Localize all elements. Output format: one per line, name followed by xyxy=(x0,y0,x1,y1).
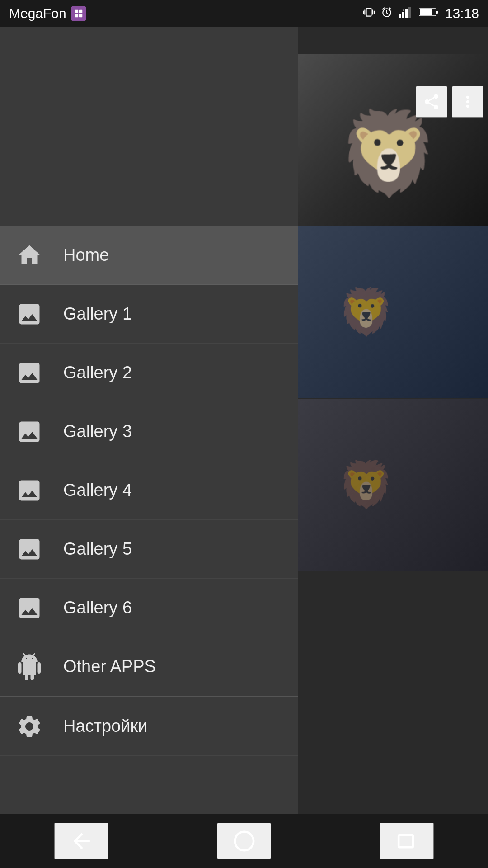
status-bar-left: MegaFon xyxy=(9,6,86,21)
android-icon xyxy=(14,651,45,683)
menu-item-gallery6[interactable]: Gallery 6 xyxy=(0,579,298,637)
header-actions xyxy=(416,86,483,118)
menu-item-home[interactable]: Home xyxy=(0,226,298,285)
svg-rect-7 xyxy=(408,7,411,18)
menu-item-gallery3[interactable]: Gallery 3 xyxy=(0,402,298,461)
navigation-drawer: Home Gallery 1 Gallery 2 xyxy=(0,27,298,841)
status-bar: MegaFon xyxy=(0,0,488,27)
menu-label-gallery6: Gallery 6 xyxy=(63,598,132,618)
back-button[interactable] xyxy=(54,823,108,859)
bottom-navigation xyxy=(0,814,488,868)
svg-rect-3 xyxy=(79,14,82,17)
svg-rect-4 xyxy=(399,14,401,18)
recent-apps-button[interactable] xyxy=(380,823,434,859)
carrier-name: MegaFon xyxy=(9,6,66,21)
svg-rect-2 xyxy=(75,14,78,17)
menu-item-gallery2[interactable]: Gallery 2 xyxy=(0,344,298,402)
drawer-header-area xyxy=(0,27,298,226)
menu-label-home: Home xyxy=(63,245,109,265)
menu-item-gallery5[interactable]: Gallery 5 xyxy=(0,520,298,579)
svg-point-12 xyxy=(235,831,253,850)
more-options-button[interactable] xyxy=(452,86,483,118)
home-button[interactable] xyxy=(217,823,271,859)
menu-label-gallery4: Gallery 4 xyxy=(63,481,132,500)
gallery2-icon xyxy=(14,357,45,389)
menu-label-gallery2: Gallery 2 xyxy=(63,363,132,382)
carrier-icon xyxy=(71,6,86,21)
home-icon xyxy=(14,240,45,271)
gallery3-icon xyxy=(14,416,45,448)
svg-rect-5 xyxy=(402,12,404,18)
svg-rect-0 xyxy=(75,10,78,13)
gallery1-icon xyxy=(14,298,45,330)
svg-text:3G: 3G xyxy=(402,9,406,12)
status-bar-right: 3G 13:18 xyxy=(363,6,479,21)
menu-label-gallery3: Gallery 3 xyxy=(63,422,132,441)
svg-rect-11 xyxy=(420,9,432,15)
svg-rect-10 xyxy=(436,11,438,14)
battery-icon xyxy=(419,6,439,21)
settings-icon xyxy=(14,711,45,742)
menu-item-other-apps[interactable]: Other APPS xyxy=(0,637,298,696)
menu-item-gallery1[interactable]: Gallery 1 xyxy=(0,285,298,344)
signal-icon: 3G xyxy=(399,6,413,21)
status-time: 13:18 xyxy=(445,6,479,21)
gallery6-icon xyxy=(14,592,45,624)
svg-rect-13 xyxy=(399,835,413,847)
menu-item-settings[interactable]: Настройки xyxy=(0,697,298,756)
share-button[interactable] xyxy=(416,86,447,118)
menu-label-gallery1: Gallery 1 xyxy=(63,304,132,324)
gallery4-icon xyxy=(14,475,45,506)
menu-item-gallery4[interactable]: Gallery 4 xyxy=(0,461,298,520)
vibrate-icon xyxy=(363,6,375,21)
gallery5-icon xyxy=(14,533,45,565)
menu-label-settings: Настройки xyxy=(63,717,147,736)
menu-label-gallery5: Gallery 5 xyxy=(63,539,132,559)
menu-list: Home Gallery 1 Gallery 2 xyxy=(0,226,298,756)
menu-label-other-apps: Other APPS xyxy=(63,657,156,676)
alarm-icon xyxy=(381,6,393,21)
svg-rect-1 xyxy=(79,10,82,13)
